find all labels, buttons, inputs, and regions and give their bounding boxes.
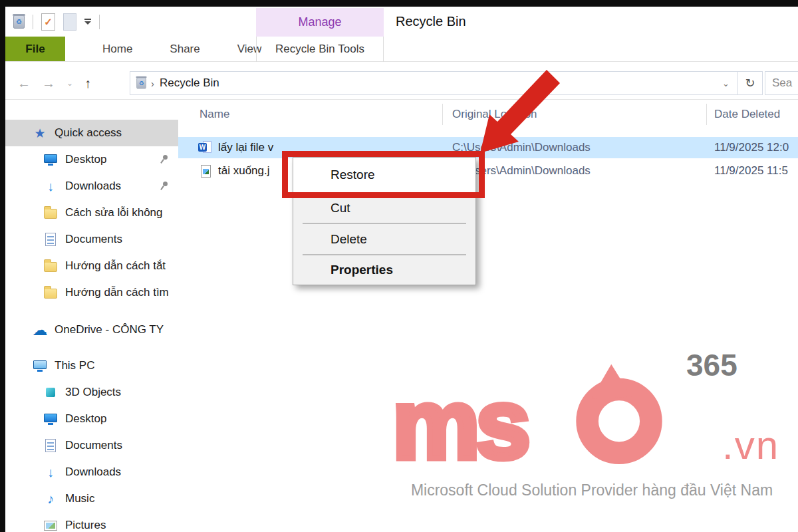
sidebar-item-downloads[interactable]: ↓ Downloads <box>5 173 178 200</box>
file-name: lấy lại file v <box>218 141 273 154</box>
window-frame-top <box>0 0 798 7</box>
sidebar-item-quick-access[interactable]: ★ Quick access <box>5 120 178 146</box>
quick-access-star-icon: ★ <box>32 126 48 141</box>
toolbar-separator <box>33 15 33 29</box>
navigation-pane: ★ Quick access Desktop ↓ Downloads Cách … <box>5 100 178 532</box>
menu-item-properties[interactable]: Properties <box>293 255 475 285</box>
file-original-location: C:\Users\Admin\Downloads <box>452 137 591 158</box>
context-menu: Restore Cut Delete Properties <box>293 157 476 285</box>
sidebar-item-desktop[interactable]: Desktop <box>5 146 178 173</box>
navigation-bar: ← → ⌄ ↑ ♻ › Recycle Bin ⌄ ↻ Sea <box>5 66 798 100</box>
menu-item-cut[interactable]: Cut <box>293 194 475 223</box>
address-bar[interactable]: ♻ › Recycle Bin ⌄ ↻ <box>130 71 763 95</box>
desktop-icon <box>43 414 59 425</box>
customize-toolbar-dropdown-icon[interactable] <box>84 19 91 25</box>
pictures-icon <box>43 521 59 531</box>
column-separator[interactable] <box>706 104 707 125</box>
pin-icon <box>160 155 169 164</box>
file-date-deleted: 11/9/2025 11:5 <box>714 161 788 181</box>
back-icon[interactable]: ← <box>17 76 31 91</box>
column-header-date-deleted[interactable]: Date Deleted <box>714 108 780 121</box>
sidebar-item-label: Music <box>65 492 94 505</box>
tab-recycle-bin-tools[interactable]: Recycle Bin Tools <box>256 37 384 62</box>
recycle-glyph: ♻ <box>139 80 144 86</box>
sidebar-item-onedrive[interactable]: ☁ OneDrive - CÔNG TY <box>5 317 178 343</box>
downloads-icon: ↓ <box>43 465 59 480</box>
breadcrumb[interactable]: Recycle Bin <box>160 76 219 90</box>
folder-icon <box>43 287 59 299</box>
sidebar-item-label: Quick access <box>55 126 122 140</box>
sidebar-item-label: Desktop <box>65 153 106 166</box>
this-pc-icon <box>32 360 48 372</box>
window-frame-left <box>0 0 5 532</box>
menu-item-restore[interactable]: Restore <box>293 158 475 192</box>
forward-icon[interactable]: → <box>42 76 55 91</box>
sidebar-item-3d-objects[interactable]: 3D Objects <box>5 379 178 406</box>
documents-icon <box>43 233 59 246</box>
sidebar-item-label: 3D Objects <box>65 386 121 399</box>
tab-manage[interactable]: Manage <box>256 8 384 37</box>
sidebar-item-pc-desktop[interactable]: Desktop <box>5 406 178 432</box>
sidebar-item-folder-cach-sua[interactable]: Cách sửa lỗi không <box>5 200 178 226</box>
file-date-deleted: 11/9/2025 12:0 <box>714 137 789 158</box>
column-separator[interactable] <box>442 104 443 125</box>
explorer-window: ♻ ✓ Manage Recycle Bin File Home Share V… <box>0 0 798 532</box>
sidebar-item-label: Hướng dẫn cách tắt <box>65 259 166 273</box>
sidebar-item-this-pc[interactable]: This PC <box>5 352 178 379</box>
up-icon[interactable]: ↑ <box>84 76 91 91</box>
recent-locations-chevron-icon[interactable]: ⌄ <box>66 78 73 88</box>
titlebar: ♻ ✓ Manage Recycle Bin <box>5 7 798 37</box>
column-headers: Name Original Location Date Deleted <box>178 100 798 129</box>
file-name: tải xuống.j <box>218 164 270 178</box>
desktop-icon <box>43 154 59 166</box>
image-file-icon <box>201 165 211 178</box>
check-glyph: ✓ <box>44 16 53 28</box>
downloads-icon: ↓ <box>43 179 59 194</box>
sidebar-item-label: This PC <box>55 359 94 372</box>
column-header-original-location[interactable]: Original Location <box>452 108 537 121</box>
word-file-icon: W <box>198 141 213 154</box>
sidebar-item-label: Documents <box>65 233 122 246</box>
sidebar-item-label: Downloads <box>65 180 121 193</box>
sidebar-item-folder-huong-dan-tat[interactable]: Hướng dẫn cách tắt <box>5 253 178 279</box>
pin-icon <box>160 182 169 191</box>
search-input[interactable]: Sea <box>765 71 798 95</box>
documents-icon <box>43 439 59 452</box>
sidebar-item-label: Hướng dẫn cách tìm <box>65 286 169 299</box>
sidebar-item-folder-huong-dan-tim[interactable]: Hướng dẫn cách tìm <box>5 279 178 306</box>
sidebar-item-pictures[interactable]: Pictures <box>5 512 178 532</box>
tab-file[interactable]: File <box>5 37 65 61</box>
folder-icon <box>43 260 59 272</box>
refresh-icon[interactable]: ↻ <box>738 76 762 90</box>
sidebar-item-label: Pictures <box>65 519 106 532</box>
address-recycle-bin-icon: ♻ <box>136 78 146 89</box>
menu-item-delete[interactable]: Delete <box>293 224 475 254</box>
breadcrumb-chevron-icon: › <box>151 78 154 89</box>
tab-share[interactable]: Share <box>151 37 218 61</box>
file-row[interactable]: tải xuống.j C:\Users\Admin\Downloads 11/… <box>178 161 798 181</box>
address-dropdown-icon[interactable]: ⌄ <box>714 78 737 88</box>
sidebar-item-label: Cách sửa lỗi không <box>65 206 163 219</box>
sidebar-item-music[interactable]: ♪ Music <box>5 485 178 512</box>
music-note-icon: ♪ <box>43 491 59 507</box>
new-folder-icon[interactable] <box>63 13 76 31</box>
window-title: Recycle Bin <box>396 7 466 37</box>
column-header-name[interactable]: Name <box>200 108 229 121</box>
file-list: Name Original Location Date Deleted W lấ… <box>178 100 798 532</box>
quick-access-toolbar: ♻ ✓ <box>5 13 100 31</box>
sidebar-item-label: Downloads <box>65 466 121 479</box>
sidebar-item-label: Desktop <box>65 412 106 426</box>
folder-icon <box>43 207 59 219</box>
file-row-selected[interactable]: W lấy lại file v C:\Users\Admin\Download… <box>178 137 798 158</box>
3d-objects-icon <box>43 388 59 397</box>
sidebar-item-pc-documents[interactable]: Documents <box>5 432 178 459</box>
ribbon-tabs: File Home Share View Recycle Bin Tools <box>5 37 798 62</box>
recycle-glyph-icon: ♻ <box>16 19 22 25</box>
sidebar-item-label: Documents <box>65 439 122 452</box>
sidebar-item-label: OneDrive - CÔNG TY <box>55 323 164 336</box>
sidebar-item-pc-downloads[interactable]: ↓ Downloads <box>5 459 178 485</box>
properties-check-icon[interactable]: ✓ <box>41 13 55 31</box>
sidebar-item-documents[interactable]: Documents <box>5 226 178 253</box>
tab-home[interactable]: Home <box>84 37 151 61</box>
onedrive-cloud-icon: ☁ <box>32 321 48 339</box>
